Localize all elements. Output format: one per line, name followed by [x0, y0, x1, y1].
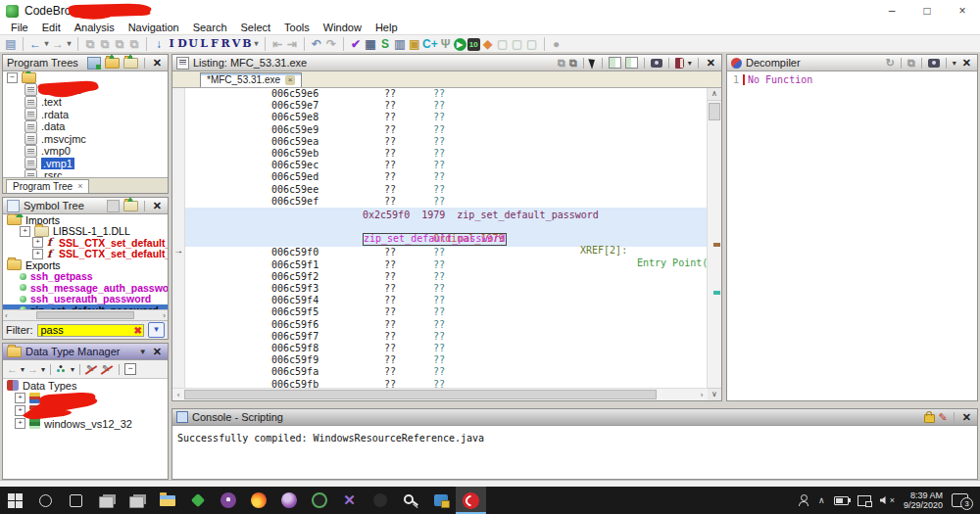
listing-row[interactable]: 006c59f0????	[185, 247, 707, 258]
collapse-all-icon[interactable]: −	[124, 363, 136, 375]
copy-icon[interactable]: ⧉	[907, 57, 915, 70]
close-icon[interactable]: ✕	[151, 346, 164, 358]
program-trees-header[interactable]: Program Trees ✕	[3, 55, 168, 71]
scroll-thumb[interactable]	[36, 311, 134, 319]
panel-menu-icon[interactable]: ▾	[953, 59, 956, 68]
window-1-icon[interactable]: ▢	[496, 36, 510, 52]
import-out-icon[interactable]: ⇥	[285, 36, 299, 52]
task-view-button[interactable]	[61, 487, 91, 514]
tree-item-rsrc[interactable]: .rsrc	[3, 169, 168, 177]
menu-help[interactable]: Help	[368, 22, 405, 34]
listing-row[interactable]: 006c59e8????	[185, 112, 707, 123]
app-locked[interactable]	[425, 487, 456, 514]
letter-f-icon[interactable]: F	[210, 36, 220, 52]
listing-row[interactable]: 006c59f3????	[185, 283, 707, 295]
redo-icon[interactable]: ↷	[324, 36, 338, 52]
run-script-icon[interactable]: ▶	[454, 38, 466, 51]
paste-icon[interactable]: ⧉	[569, 57, 577, 70]
maximize-button[interactable]: □	[909, 0, 945, 22]
tree-item-text[interactable]: .text	[3, 96, 168, 109]
binary-view-icon[interactable]: ▦	[364, 36, 377, 52]
menu-tools[interactable]: Tools	[277, 22, 317, 34]
copy-special-1-icon[interactable]: ⧉	[83, 36, 97, 52]
expand-icon[interactable]: +	[15, 418, 25, 429]
tor-browser[interactable]	[213, 487, 243, 514]
expand-icon[interactable]: +	[20, 226, 30, 237]
scroll-lock-icon[interactable]	[924, 414, 935, 423]
script-manager-icon[interactable]: S	[378, 36, 392, 52]
cursor-style-icon[interactable]	[588, 57, 597, 69]
tree-item-vmp0[interactable]: .vmp0	[3, 145, 168, 158]
listing-row[interactable]: 006c59f6????	[185, 319, 707, 331]
scroll-left-icon[interactable]: ‹	[5, 311, 8, 320]
program-tree-root[interactable]: −	[3, 71, 168, 84]
filter-pointers-icon[interactable]	[101, 363, 114, 375]
dtm-forward-icon[interactable]: →	[27, 363, 38, 375]
taskbar-clock[interactable]: 8:39 AM 9/29/2020	[904, 491, 943, 510]
letter-l-icon[interactable]: L	[199, 36, 209, 52]
format-dropdown-icon[interactable]: ▾	[688, 59, 692, 68]
app-stack-1[interactable]	[91, 487, 122, 514]
data-types-root[interactable]: Data Types	[3, 379, 168, 392]
bookmark-mark-brown[interactable]	[713, 243, 720, 247]
scroll-thumb[interactable]	[709, 103, 720, 120]
listing-row[interactable]: 006c59eb????	[185, 148, 707, 160]
close-window-button[interactable]: ×	[945, 0, 980, 22]
menu-navigation[interactable]: Navigation	[122, 22, 186, 34]
scroll-right-icon[interactable]: ›	[696, 391, 708, 399]
app-dim[interactable]	[365, 487, 395, 514]
app-green-ring[interactable]	[304, 487, 334, 514]
listing-row[interactable]: 006c59f5????	[185, 306, 707, 318]
console-header[interactable]: Console - Scripting ✎ ✕	[172, 409, 977, 426]
listing-row[interactable]: 006c59f4????	[185, 295, 707, 306]
app-purple-sphere[interactable]	[273, 487, 304, 514]
cursor-label[interactable]: zip_set_default_password	[363, 233, 507, 246]
validate-icon[interactable]: ✔	[349, 36, 363, 52]
listing-row[interactable]: 006c59ed????	[185, 171, 707, 183]
symbol-zip-set-default-password[interactable]: zip_set_default_password	[3, 304, 168, 309]
firefox[interactable]	[243, 487, 273, 514]
listing-row[interactable]: 006c59f8????	[185, 343, 707, 354]
close-icon[interactable]: ✕	[151, 57, 164, 70]
decompiler-header[interactable]: Decompiler ↻ ⧉ ▾ ✕	[727, 55, 977, 71]
diff-apply-icon[interactable]	[625, 57, 638, 69]
scroll-thumb[interactable]	[184, 390, 657, 399]
diff-view-icon[interactable]	[609, 57, 621, 69]
letter-i-icon[interactable]: I	[167, 36, 176, 52]
nav-back-dropdown-icon[interactable]: ▾	[43, 36, 50, 52]
listing-row[interactable]: 006c59e9????	[185, 124, 707, 136]
copy-special-2-icon[interactable]: ⧉	[98, 36, 112, 52]
label-annotation-block[interactable]: 0x2c59f0 1979 zip_set_default_password O…	[185, 208, 707, 248]
listing-row[interactable]: 006c59e7????	[185, 100, 707, 112]
console-output[interactable]: Successfully compiled: WindowsResourceRe…	[172, 426, 977, 479]
scroll-left-icon[interactable]: ‹	[172, 391, 184, 399]
listing-row[interactable]: 006c59e6????	[185, 88, 707, 100]
save-icon[interactable]: ▤	[4, 36, 18, 52]
window-3-icon[interactable]: ▢	[525, 36, 539, 52]
listing-row[interactable]: 006c59ec????	[185, 160, 707, 171]
volume-muted-icon[interactable]	[880, 495, 895, 505]
symbol-ssl-ctx-set-default-passwd[interactable]: +fSSL_CTX_set_default_passwd	[3, 237, 168, 249]
symbol-ssh-message-auth-password[interactable]: ssh_message_auth_password	[3, 282, 168, 294]
function-graph-icon[interactable]: Ψ	[439, 36, 453, 52]
scroll-down-icon[interactable]: ∨	[708, 388, 721, 400]
clear-filter-icon[interactable]: ✖	[134, 325, 142, 336]
nav-forward-dropdown-icon[interactable]: ▾	[66, 36, 73, 52]
close-icon[interactable]: ✕	[151, 200, 164, 212]
symbol-tree-hscrollbar[interactable]: ‹ ›	[3, 309, 168, 320]
filter-input[interactable]	[37, 324, 145, 337]
menu-analysis[interactable]: Analysis	[68, 22, 122, 34]
letter-r-icon[interactable]: R	[220, 36, 230, 52]
dtm-back-icon[interactable]: ←	[7, 363, 18, 375]
ghidra[interactable]	[456, 487, 486, 514]
tab-mfc-exe[interactable]: *MFC_53.31.exe ×	[200, 72, 302, 87]
listing-row[interactable]: 006c59ef????	[185, 196, 707, 208]
copy-special-4-icon[interactable]: ⧉	[127, 36, 141, 52]
symbol-ssl-ctx-set-default-passwd[interactable]: +fSSL_CTX_set_default_passwd	[3, 249, 168, 260]
search-button[interactable]	[30, 487, 61, 514]
listing-hscrollbar[interactable]: ‹ ›	[172, 388, 708, 400]
symbol-tree-header[interactable]: Symbol Tree ✕	[3, 198, 168, 214]
close-icon[interactable]: ✕	[960, 411, 973, 424]
close-icon[interactable]: ✕	[705, 57, 717, 70]
data-type-redacted-0[interactable]: +	[3, 392, 168, 404]
